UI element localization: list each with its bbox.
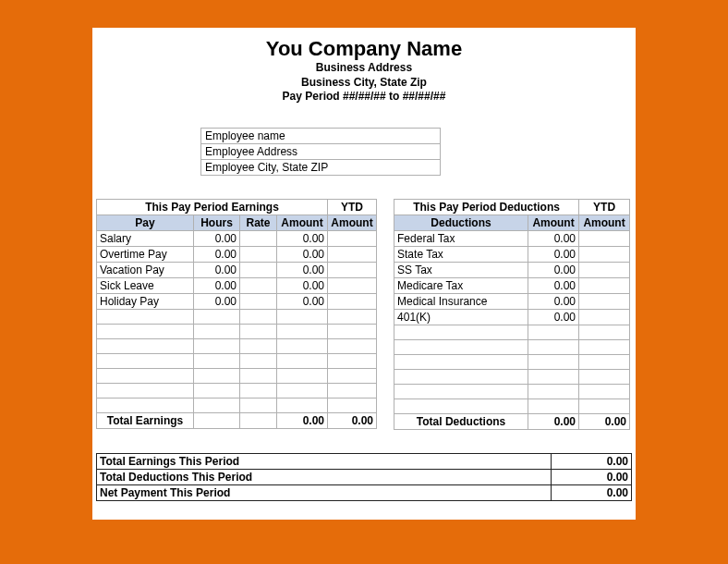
earnings-row-rate — [240, 246, 277, 262]
earnings-row: Sick Leave0.000.00 — [97, 277, 377, 293]
deductions-row-label: Medical Insurance — [394, 293, 528, 309]
earnings-row-label: Sick Leave — [97, 277, 194, 293]
summary-block: Total Earnings This Period 0.00 Total De… — [94, 453, 634, 501]
deductions-row-ytd — [579, 246, 630, 262]
earnings-row-label: Salary — [97, 230, 194, 246]
employee-name: Employee name — [201, 128, 440, 143]
earnings-col-ytd-amount: Amount — [328, 215, 377, 230]
employee-city-state-zip: Employee City, State ZIP — [201, 159, 440, 176]
earnings-row-hours: 0.00 — [194, 277, 240, 293]
earnings-blank-row — [97, 324, 377, 338]
deductions-row: State Tax0.00 — [394, 246, 630, 262]
deductions-row-ytd — [579, 309, 630, 325]
deductions-row: SS Tax0.00 — [394, 262, 630, 277]
deductions-row: Federal Tax0.00 — [394, 230, 630, 246]
deductions-blank-row — [394, 369, 630, 384]
deductions-row-amount: 0.00 — [528, 262, 579, 277]
deductions-row-amount: 0.00 — [528, 230, 579, 246]
deductions-col-amount: Amount — [528, 215, 579, 230]
earnings-row-ytd — [328, 262, 377, 277]
deductions-col-ded: Deductions — [394, 215, 528, 230]
earnings-row-rate — [240, 277, 277, 293]
earnings-row-ytd — [328, 246, 377, 262]
earnings-blank-row — [97, 383, 377, 398]
deductions-row: Medical Insurance0.00 — [394, 293, 630, 309]
earnings-row: Overtime Pay0.000.00 — [97, 246, 377, 262]
earnings-col-amount: Amount — [277, 215, 328, 230]
company-title: You Company Name — [94, 37, 634, 61]
earnings-table: This Pay Period Earnings YTD Pay Hours R… — [96, 199, 377, 429]
deductions-row-label: SS Tax — [394, 262, 528, 277]
deductions-blank-row — [394, 339, 630, 354]
deductions-section-title: This Pay Period Deductions — [394, 199, 579, 215]
earnings-row-rate — [240, 230, 277, 246]
earnings-blank-row — [97, 309, 377, 324]
earnings-col-pay: Pay — [97, 215, 194, 230]
earnings-row-amount: 0.00 — [277, 277, 328, 293]
earnings-row-label: Vacation Pay — [97, 262, 194, 277]
earnings-row-hours: 0.00 — [194, 230, 240, 246]
deductions-ytd-label: YTD — [579, 199, 630, 215]
earnings-total-ytd: 0.00 — [328, 412, 377, 428]
summary-total-deductions-value: 0.00 — [552, 469, 632, 484]
earnings-row-label: Overtime Pay — [97, 246, 194, 262]
deductions-row: 401(K)0.00 — [394, 309, 630, 325]
deductions-row-ytd — [579, 230, 630, 246]
deductions-blank-row — [394, 325, 630, 339]
earnings-row-ytd — [328, 293, 377, 309]
paystub-sheet: You Company Name Business Address Busine… — [92, 28, 636, 520]
summary-total-deductions-label: Total Deductions This Period — [97, 469, 552, 484]
deductions-row: Medicare Tax0.00 — [394, 277, 630, 293]
earnings-row-amount: 0.00 — [277, 262, 328, 277]
deductions-total-label: Total Deductions — [394, 413, 528, 429]
deductions-total-amount: 0.00 — [528, 413, 579, 429]
business-address: Business Address — [94, 61, 634, 76]
earnings-row-rate — [240, 262, 277, 277]
deductions-row-label: Medicare Tax — [394, 277, 528, 293]
earnings-row-amount: 0.00 — [277, 246, 328, 262]
earnings-total-label: Total Earnings — [97, 412, 194, 428]
earnings-ytd-label: YTD — [328, 199, 377, 215]
deductions-row-ytd — [579, 293, 630, 309]
earnings-row: Vacation Pay0.000.00 — [97, 262, 377, 277]
earnings-row: Holiday Pay0.000.00 — [97, 293, 377, 309]
deductions-row-label: 401(K) — [394, 309, 528, 325]
earnings-blank-row — [97, 353, 377, 368]
earnings-row-hours: 0.00 — [194, 246, 240, 262]
earnings-row-amount: 0.00 — [277, 230, 328, 246]
pay-period: Pay Period ##/##/## to ##/##/## — [94, 90, 634, 104]
earnings-row-hours: 0.00 — [194, 293, 240, 309]
earnings-total-rate — [240, 412, 277, 428]
deductions-row-amount: 0.00 — [528, 293, 579, 309]
summary-net-payment-label: Net Payment This Period — [97, 484, 552, 500]
earnings-row-label: Holiday Pay — [97, 293, 194, 309]
employee-address: Employee Address — [201, 143, 440, 159]
deductions-row-ytd — [579, 262, 630, 277]
business-city-state-zip: Business City, State Zip — [94, 76, 634, 91]
deductions-total-ytd: 0.00 — [579, 413, 630, 429]
earnings-blank-row — [97, 338, 377, 353]
deductions-row-amount: 0.00 — [528, 246, 579, 262]
deductions-row-label: State Tax — [394, 246, 528, 262]
earnings-row-hours: 0.00 — [194, 262, 240, 277]
summary-total-earnings-value: 0.00 — [552, 453, 632, 469]
earnings-col-rate: Rate — [240, 215, 277, 230]
earnings-row-rate — [240, 293, 277, 309]
deductions-blank-row — [394, 384, 630, 398]
earnings-col-hours: Hours — [194, 215, 240, 230]
summary-net-payment-value: 0.00 — [552, 484, 632, 500]
deductions-blank-row — [394, 398, 630, 413]
deductions-row-amount: 0.00 — [528, 277, 579, 293]
deductions-row-label: Federal Tax — [394, 230, 528, 246]
earnings-section-title: This Pay Period Earnings — [97, 199, 328, 215]
deductions-blank-row — [394, 354, 630, 369]
summary-total-earnings-label: Total Earnings This Period — [97, 453, 552, 469]
earnings-row-ytd — [328, 230, 377, 246]
earnings-total-amount: 0.00 — [277, 412, 328, 428]
deductions-row-amount: 0.00 — [528, 309, 579, 325]
earnings-blank-row — [97, 368, 377, 383]
deductions-table: This Pay Period Deductions YTD Deduction… — [394, 199, 630, 430]
earnings-row-ytd — [328, 277, 377, 293]
earnings-total-hours — [194, 412, 240, 428]
earnings-row-amount: 0.00 — [277, 293, 328, 309]
